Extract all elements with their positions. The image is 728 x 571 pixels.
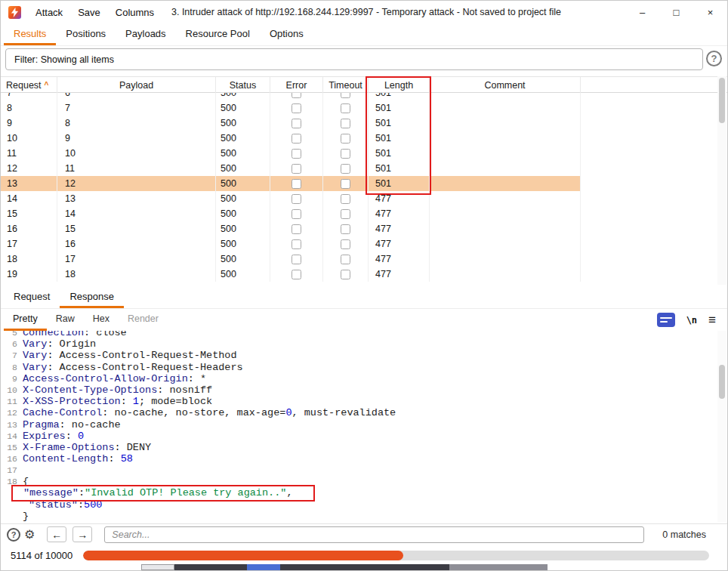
timeout-checkbox[interactable]	[341, 255, 350, 264]
view-tab-render[interactable]: Render	[119, 309, 168, 331]
table-row[interactable]: 1514500477	[1, 206, 581, 221]
column-header-length[interactable]: Length	[369, 77, 430, 93]
table-row[interactable]: 1615500477	[1, 221, 581, 236]
next-match-button[interactable]: →	[72, 526, 92, 542]
error-checkbox[interactable]	[292, 103, 301, 113]
error-checkbox[interactable]	[292, 255, 301, 264]
table-row[interactable]: 1716500477	[1, 236, 581, 252]
cell-status: 500	[216, 267, 270, 282]
response-editor[interactable]: 5Connection: close6Vary: Origin7Vary: Ac…	[1, 331, 717, 522]
line-content: Content-Length: 58	[23, 453, 133, 465]
cell-request: 8	[1, 100, 57, 116]
code-line: 10X-Content-Type-Options: nosniff	[1, 384, 717, 396]
error-checkbox[interactable]	[292, 194, 301, 204]
timeout-checkbox[interactable]	[341, 209, 350, 219]
error-checkbox[interactable]	[292, 270, 301, 279]
error-checkbox[interactable]	[292, 134, 301, 144]
pretty-print-icon[interactable]	[657, 313, 675, 327]
taskbar-icon[interactable]	[174, 564, 247, 570]
column-header-comment[interactable]: Comment	[430, 77, 581, 93]
error-checkbox[interactable]	[292, 119, 301, 128]
timeout-checkbox[interactable]	[341, 179, 350, 189]
cell-timeout	[323, 221, 369, 236]
editor-menu-icon[interactable]: ≡	[708, 313, 716, 328]
timeout-checkbox[interactable]	[341, 119, 350, 128]
table-row[interactable]: 1211500501	[1, 161, 581, 176]
timeout-checkbox[interactable]	[341, 103, 350, 113]
taskbar-icon[interactable]	[141, 564, 174, 570]
error-checkbox[interactable]	[292, 239, 301, 249]
filter-bar[interactable]: Filter: Showing all items	[5, 48, 703, 70]
previous-match-button[interactable]: ←	[47, 526, 66, 542]
table-row[interactable]: 1918500477	[1, 267, 581, 282]
taskbar-icon[interactable]	[247, 564, 280, 570]
results-table[interactable]: 7650050187500501985005011095005011110500…	[1, 93, 718, 285]
error-checkbox[interactable]	[292, 149, 301, 159]
cell-error	[270, 176, 323, 191]
tab-positions[interactable]: Positions	[56, 23, 116, 45]
error-checkbox[interactable]	[292, 93, 301, 98]
cell-timeout	[323, 252, 369, 267]
line-number: 15	[1, 442, 17, 453]
tab-payloads[interactable]: Payloads	[116, 23, 175, 45]
timeout-checkbox[interactable]	[341, 134, 350, 144]
table-row[interactable]: 76500501	[1, 93, 581, 100]
table-row[interactable]: 1413500477	[1, 191, 581, 206]
taskbar-icon[interactable]	[280, 564, 449, 570]
timeout-checkbox[interactable]	[341, 93, 350, 98]
timeout-checkbox[interactable]	[341, 149, 350, 159]
column-header-payload[interactable]: Payload	[57, 77, 216, 93]
tab-results[interactable]: Results	[4, 23, 56, 45]
error-checkbox[interactable]	[292, 179, 301, 189]
timeout-checkbox[interactable]	[341, 194, 350, 204]
cell-comment	[430, 161, 581, 176]
newline-toggle-icon[interactable]: \n	[686, 315, 697, 326]
column-header-timeout[interactable]: Timeout	[323, 77, 369, 93]
table-row[interactable]: 87500501	[1, 100, 581, 116]
editor-scrollbar-thumb[interactable]	[719, 365, 725, 399]
filter-region: Filter: Showing all items ?	[1, 46, 727, 75]
minimize-button[interactable]: –	[625, 1, 659, 23]
cell-comment	[430, 236, 581, 252]
timeout-checkbox[interactable]	[341, 164, 350, 174]
table-row[interactable]: 98500501	[1, 116, 581, 131]
table-scrollbar[interactable]	[717, 76, 726, 285]
tab-resource-pool[interactable]: Resource Pool	[176, 23, 260, 45]
menu-columns[interactable]: Columns	[108, 1, 162, 23]
timeout-checkbox[interactable]	[341, 239, 350, 249]
view-tab-raw[interactable]: Raw	[47, 309, 84, 331]
view-tab-hex[interactable]: Hex	[84, 309, 119, 331]
table-row[interactable]: 1110500501	[1, 146, 581, 161]
cell-timeout	[323, 146, 369, 161]
error-checkbox[interactable]	[292, 224, 301, 234]
timeout-checkbox[interactable]	[341, 270, 350, 279]
table-row[interactable]: 1817500477	[1, 252, 581, 267]
tab-options[interactable]: Options	[260, 23, 313, 45]
editor-scrollbar[interactable]	[717, 331, 726, 522]
column-header-request[interactable]: Request ^	[1, 77, 57, 93]
cell-timeout	[323, 131, 369, 146]
help-icon[interactable]: ?	[706, 51, 722, 66]
menu-save[interactable]: Save	[70, 1, 108, 23]
column-header-error[interactable]: Error	[270, 77, 323, 93]
gear-icon[interactable]: ⚙	[24, 527, 35, 542]
detail-tab-response[interactable]: Response	[60, 286, 124, 308]
search-input[interactable]	[104, 526, 644, 543]
detail-tab-request[interactable]: Request	[4, 286, 60, 308]
taskbar-icon[interactable]	[449, 564, 548, 570]
table-scrollbar-thumb[interactable]	[719, 78, 725, 123]
maximize-button[interactable]: □	[659, 1, 693, 23]
error-checkbox[interactable]	[292, 209, 301, 219]
column-header-status[interactable]: Status	[216, 77, 270, 93]
line-number: 6	[1, 338, 17, 350]
error-checkbox[interactable]	[292, 164, 301, 174]
table-row[interactable]: 109500501	[1, 131, 581, 146]
view-tab-pretty[interactable]: Pretty	[4, 309, 47, 331]
table-row[interactable]: 1312500501	[1, 176, 581, 191]
timeout-checkbox[interactable]	[341, 224, 350, 234]
code-line: 15X-Frame-Options: DENY	[1, 442, 717, 453]
taskbar-strip[interactable]	[1, 564, 727, 570]
close-button[interactable]: ×	[693, 1, 727, 23]
search-help-icon[interactable]: ?	[7, 528, 20, 542]
menu-attack[interactable]: Attack	[28, 1, 70, 23]
